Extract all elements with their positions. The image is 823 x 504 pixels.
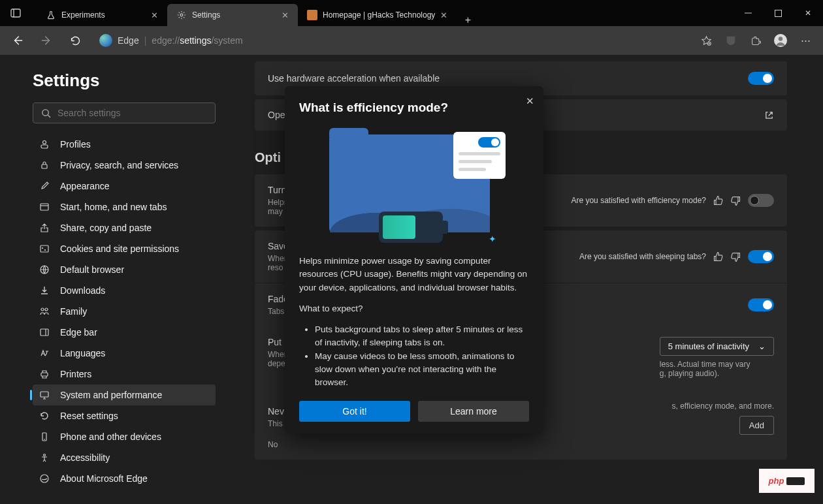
sidebar-item-about-microsoft-edge[interactable]: About Microsoft Edge xyxy=(33,468,216,489)
sidebar-item-label: Languages xyxy=(60,348,105,358)
sidebar-item-phone-and-other-devices[interactable]: Phone and other devices xyxy=(33,426,216,447)
inactivity-dropdown[interactable]: 5 minutes of inactivity ⌄ xyxy=(660,337,774,356)
sidebar-item-privacy-search-and-services[interactable]: Privacy, search, and services xyxy=(33,155,216,176)
ublock-icon[interactable] xyxy=(720,29,742,52)
sidebar-item-label: Share, copy and paste xyxy=(60,223,152,233)
sidebar-item-accessibility[interactable]: Accessibility xyxy=(33,447,216,468)
hw-accel-toggle[interactable] xyxy=(748,72,774,85)
sidebar-item-reset-settings[interactable]: Reset settings xyxy=(33,405,216,426)
modal-title: What is efficiency mode? xyxy=(299,101,529,115)
profile-button[interactable] xyxy=(769,29,792,52)
bar-icon xyxy=(39,327,51,338)
toolbar: Edge | edge://settings/system ⋯ xyxy=(0,26,823,55)
sidebar-item-family[interactable]: Family xyxy=(33,301,216,322)
brush-icon xyxy=(39,181,51,191)
tab-label: Settings xyxy=(192,10,220,20)
vertical-tabs-icon[interactable] xyxy=(30,4,37,22)
sat-label: Are you satisfied with sleeping tabs? xyxy=(579,252,706,261)
thumbs-up-icon[interactable] xyxy=(713,251,724,262)
sidebar-item-cookies-and-site-permissions[interactable]: Cookies and site permissions xyxy=(33,238,216,259)
sidebar-item-downloads[interactable]: Downloads xyxy=(33,280,216,301)
svg-rect-2 xyxy=(775,10,781,16)
thumbs-down-icon[interactable] xyxy=(730,195,741,206)
phone-icon xyxy=(39,432,51,442)
sidebar-item-profiles[interactable]: Profiles xyxy=(33,134,216,155)
addr-brand: Edge xyxy=(118,35,139,46)
maximize-button[interactable] xyxy=(763,0,793,26)
modal-list: Puts background tabs to sleep after 5 mi… xyxy=(299,323,529,389)
close-button[interactable]: ✕ xyxy=(793,0,823,26)
svg-rect-9 xyxy=(42,165,47,168)
sidebar-item-languages[interactable]: Languages xyxy=(33,343,216,364)
sidebar-item-label: About Microsoft Edge xyxy=(60,473,148,484)
sidebar-item-edge-bar[interactable]: Edge bar xyxy=(33,322,216,343)
svg-rect-19 xyxy=(40,392,48,397)
tab-settings[interactable]: Settings ✕ xyxy=(167,4,298,26)
thumbs-down-icon[interactable] xyxy=(730,251,741,262)
settings-sidebar: Settings ProfilesPrivacy, search, and se… xyxy=(0,55,235,504)
tab-ghacks[interactable]: Homepage | gHacks Technology ✕ xyxy=(298,4,457,26)
svg-point-21 xyxy=(44,454,46,456)
list-item: May cause videos to be less smooth, anim… xyxy=(315,350,529,390)
address-bar[interactable]: Edge | edge://settings/system xyxy=(93,30,688,51)
close-icon[interactable]: ✕ xyxy=(526,95,534,107)
sidebar-item-printers[interactable]: Printers xyxy=(33,364,216,385)
svg-rect-18 xyxy=(41,373,48,376)
forward-button[interactable] xyxy=(35,29,57,52)
modal-illustration: ✦ xyxy=(323,128,506,239)
sidebar-item-label: Privacy, search, and services xyxy=(60,160,178,170)
extensions-icon[interactable] xyxy=(745,29,767,52)
tab-label: Experiments xyxy=(61,10,105,20)
list-item: Puts background tabs to sleep after 5 mi… xyxy=(315,323,529,350)
svg-rect-8 xyxy=(41,145,48,148)
sidebar-item-share-copy-and-paste[interactable]: Share, copy and paste xyxy=(33,217,216,238)
tab-experiments[interactable]: Experiments ✕ xyxy=(37,4,167,26)
url-path: /system xyxy=(211,35,242,46)
tabstrip: Experiments ✕ Settings ✕ Homepage | gHac… xyxy=(37,0,479,26)
minimize-button[interactable] xyxy=(733,0,763,26)
settings-title: Settings xyxy=(33,71,216,91)
family-icon xyxy=(39,306,51,317)
add-button[interactable]: Add xyxy=(739,416,774,435)
sleeping-tabs-toggle[interactable] xyxy=(748,250,774,263)
learn-more-button[interactable]: Learn more xyxy=(418,401,529,422)
sidebar-item-system-and-performance[interactable]: System and performance xyxy=(33,385,216,405)
close-icon[interactable]: ✕ xyxy=(151,10,158,20)
tab-actions-icon[interactable] xyxy=(7,4,25,22)
sidebar-item-start-home-and-new-tabs[interactable]: Start, home, and new tabs xyxy=(33,197,216,217)
sidebar-item-label: Phone and other devices xyxy=(60,432,161,442)
close-icon[interactable]: ✕ xyxy=(440,10,447,20)
new-tab-button[interactable]: + xyxy=(457,14,479,26)
svg-point-13 xyxy=(45,250,46,251)
dropdown-value: 5 minutes of inactivity xyxy=(668,341,749,351)
external-link-icon xyxy=(764,110,774,120)
svg-point-22 xyxy=(40,475,48,482)
favorite-button[interactable] xyxy=(695,29,717,52)
home-icon xyxy=(39,202,51,212)
sidebar-item-label: Start, home, and new tabs xyxy=(60,202,167,212)
svg-point-7 xyxy=(43,141,46,144)
svg-point-6 xyxy=(42,109,48,115)
sidebar-item-appearance[interactable]: Appearance xyxy=(33,176,216,197)
thumbs-up-icon[interactable] xyxy=(713,195,724,206)
gear-icon xyxy=(176,10,187,20)
reload-button[interactable] xyxy=(64,29,86,52)
sidebar-item-label: Default browser xyxy=(60,264,124,275)
sidebar-item-default-browser[interactable]: Default browser xyxy=(33,259,216,280)
lang-icon xyxy=(39,348,51,358)
search-input[interactable] xyxy=(57,108,207,118)
more-button[interactable]: ⋯ xyxy=(794,29,816,52)
browser-icon xyxy=(39,264,51,275)
efficiency-toggle[interactable] xyxy=(748,194,774,207)
lock-icon xyxy=(39,160,51,170)
search-settings[interactable] xyxy=(33,102,216,123)
fade-toggle[interactable] xyxy=(748,298,774,311)
person-icon xyxy=(39,139,51,150)
got-it-button[interactable]: Got it! xyxy=(299,401,410,422)
back-button[interactable] xyxy=(7,29,29,52)
sidebar-item-label: Printers xyxy=(60,369,91,379)
close-icon[interactable]: ✕ xyxy=(282,10,289,20)
url-host: settings xyxy=(180,35,211,46)
ghacks-favicon xyxy=(307,10,317,20)
modal-para: Helps minimize power usage by saving com… xyxy=(299,255,529,294)
